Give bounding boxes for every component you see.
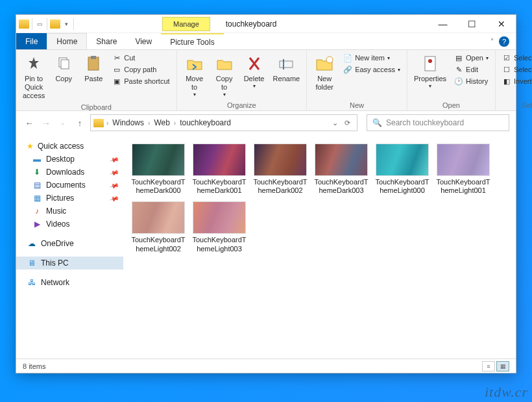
- new-folder-button[interactable]: New folder: [311, 53, 338, 93]
- manage-tab[interactable]: Manage: [162, 17, 210, 31]
- file-name: TouchKeyboardThemeLight001: [435, 178, 492, 195]
- details-view-button[interactable]: ≡: [482, 361, 495, 371]
- cut-button[interactable]: ✂Cut: [110, 53, 172, 63]
- paste-button[interactable]: Paste: [80, 53, 107, 84]
- crumb-touchkeyboard[interactable]: touchkeyboard: [178, 118, 232, 127]
- thumbnail-view-button[interactable]: ▦: [496, 361, 509, 371]
- tab-home[interactable]: Home: [47, 33, 87, 49]
- sidebar-music[interactable]: ♪Music: [16, 205, 123, 218]
- edit-button[interactable]: ✎Edit: [452, 64, 491, 75]
- pin-icon: 📌: [109, 154, 119, 164]
- forward-button[interactable]: →: [40, 116, 53, 129]
- copy-to-button[interactable]: Copy to▾: [211, 53, 238, 99]
- group-new-label: New: [311, 100, 403, 109]
- delete-button[interactable]: Delete▾: [241, 53, 268, 91]
- this-pc-icon: 🖥: [27, 258, 37, 268]
- tab-file[interactable]: File: [16, 33, 47, 49]
- collapse-ribbon-icon[interactable]: ˄: [490, 38, 494, 45]
- invert-icon: ◧: [502, 77, 511, 86]
- tab-picture-tools[interactable]: Picture Tools: [161, 33, 223, 49]
- sidebar-documents[interactable]: ▤Documents📌: [16, 179, 123, 192]
- file-item[interactable]: TouchKeyboardThemeDark002: [250, 142, 310, 196]
- new-folder-icon: [315, 54, 334, 73]
- crumb-windows[interactable]: Windows: [111, 118, 145, 127]
- copy-path-icon: ▭: [112, 65, 121, 74]
- address-dropdown-icon[interactable]: ⌄: [332, 119, 338, 127]
- sidebar-this-pc[interactable]: 🖥This PC: [16, 257, 123, 270]
- recent-dropdown[interactable]: ⌄: [56, 116, 69, 129]
- file-item[interactable]: TouchKeyboardThemeDark000: [128, 142, 188, 196]
- videos-icon: ▶: [32, 220, 42, 229]
- sidebar-onedrive[interactable]: ☁OneDrive: [16, 237, 123, 250]
- svg-point-8: [428, 59, 432, 63]
- desktop-icon: ▬: [32, 155, 42, 164]
- sidebar-pictures[interactable]: ▦Pictures📌: [16, 192, 123, 205]
- svg-rect-3: [91, 56, 96, 59]
- properties-icon: [420, 54, 440, 73]
- sidebar-quick-access[interactable]: ★Quick access: [16, 140, 123, 153]
- sidebar-downloads[interactable]: ⬇Downloads📌: [16, 166, 123, 179]
- file-grid: TouchKeyboardThemeDark000TouchKeyboardTh…: [123, 134, 516, 358]
- open-icon: ▤: [454, 53, 463, 62]
- history-button[interactable]: 🕑History: [452, 76, 491, 86]
- file-item[interactable]: TouchKeyboardThemeDark001: [189, 142, 249, 196]
- file-thumbnail: [315, 144, 368, 176]
- help-icon[interactable]: ?: [499, 36, 509, 47]
- sidebar-videos[interactable]: ▶Videos: [16, 218, 123, 231]
- copy-button[interactable]: Copy: [50, 53, 77, 84]
- address-bar[interactable]: › Windows › Web › touchkeyboard ⌄ ⟳: [90, 114, 357, 131]
- file-thumbnail: [132, 201, 185, 234]
- watermark: itdw.cr: [485, 384, 528, 401]
- close-button[interactable]: ✕: [487, 15, 516, 33]
- move-to-button[interactable]: Move to▾: [181, 53, 208, 99]
- new-item-button[interactable]: 📄New item ▾: [341, 53, 403, 63]
- file-item[interactable]: TouchKeyboardThemeLight003: [189, 200, 249, 254]
- tab-share[interactable]: Share: [87, 33, 126, 49]
- crumb-web[interactable]: Web: [152, 118, 171, 127]
- group-clipboard-label: Clipboard: [20, 102, 173, 111]
- up-button[interactable]: ↑: [73, 116, 86, 129]
- file-name: TouchKeyboardThemeDark001: [191, 178, 248, 195]
- invert-selection-button[interactable]: ◧Invert selection: [500, 76, 532, 86]
- refresh-icon[interactable]: ⟳: [345, 119, 350, 127]
- file-name: TouchKeyboardThemeLight003: [191, 236, 248, 253]
- select-all-button[interactable]: ☑Select all: [500, 53, 532, 63]
- documents-icon: ▤: [32, 181, 42, 190]
- pin-quick-access-button[interactable]: Pin to Quick access: [20, 53, 47, 102]
- file-item[interactable]: TouchKeyboardThemeDark003: [311, 142, 371, 196]
- address-folder-icon: [93, 119, 104, 127]
- file-item[interactable]: TouchKeyboardThemeLight002: [128, 200, 188, 254]
- select-none-icon: ☐: [502, 65, 511, 74]
- maximize-button[interactable]: ☐: [457, 15, 487, 33]
- folder-icon[interactable]: [19, 19, 29, 29]
- minimize-button[interactable]: —: [428, 15, 457, 33]
- pin-icon: [24, 54, 43, 73]
- file-item[interactable]: TouchKeyboardThemeLight001: [433, 142, 493, 196]
- nav-row: ← → ⌄ ↑ › Windows › Web › touchkeyboard …: [16, 111, 516, 134]
- pictures-icon: ▦: [32, 194, 42, 203]
- select-none-button[interactable]: ☐Select none: [500, 64, 532, 75]
- music-icon: ♪: [32, 207, 42, 216]
- pin-icon: 📌: [109, 193, 119, 203]
- properties-icon[interactable]: ▭: [35, 19, 44, 29]
- folder-open-icon[interactable]: [50, 19, 60, 29]
- pin-icon: 📌: [109, 167, 119, 177]
- qat-dropdown-icon[interactable]: ▾: [62, 19, 71, 29]
- ribbon: Pin to Quick access Copy Paste ✂Cut ▭Cop…: [16, 50, 516, 111]
- sidebar-network[interactable]: 🖧Network: [16, 276, 123, 289]
- file-thumbnail: [376, 144, 429, 176]
- copy-icon: [54, 54, 73, 73]
- easy-access-button[interactable]: 🔗Easy access ▾: [341, 64, 403, 75]
- search-icon: 🔍: [372, 118, 382, 127]
- paste-shortcut-button[interactable]: ▣Paste shortcut: [110, 76, 172, 86]
- copy-path-button[interactable]: ▭Copy path: [110, 64, 172, 75]
- open-button[interactable]: ▤Open ▾: [452, 53, 491, 63]
- search-input[interactable]: 🔍 Search touchkeyboard: [367, 114, 509, 131]
- tab-view[interactable]: View: [126, 33, 161, 49]
- properties-button[interactable]: Properties▾: [411, 53, 449, 91]
- file-item[interactable]: TouchKeyboardThemeLight000: [372, 142, 432, 196]
- rename-button[interactable]: Rename: [271, 53, 303, 84]
- sidebar-desktop[interactable]: ▬Desktop📌: [16, 153, 123, 166]
- back-button[interactable]: ←: [23, 116, 36, 129]
- file-thumbnail: [193, 201, 246, 234]
